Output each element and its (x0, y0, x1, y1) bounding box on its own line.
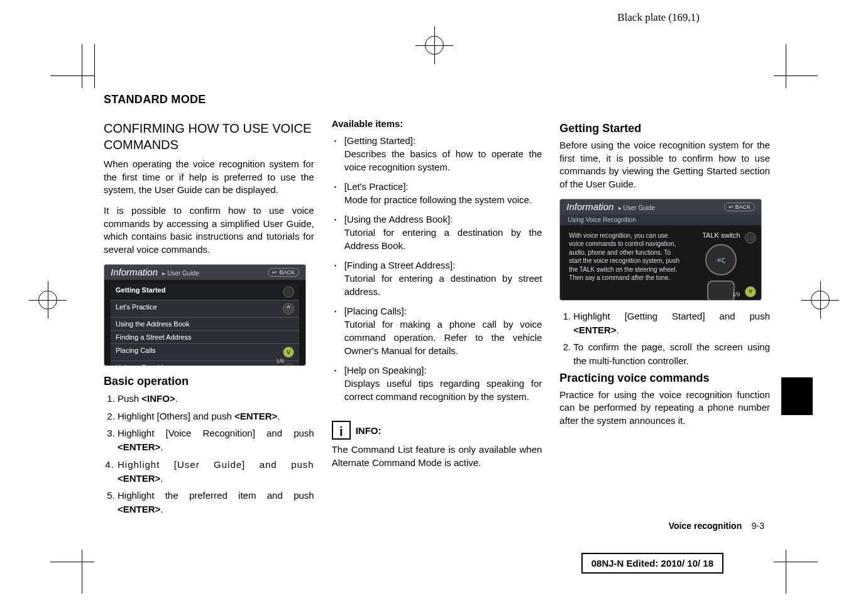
section-tab (781, 377, 813, 415)
screenshot-header: Information ▸ User Guide ↩BACK (560, 199, 761, 214)
item-desc: Mode for practice following the system v… (344, 194, 532, 205)
paragraph: Practice for using the voice recognition… (559, 389, 770, 428)
step-item: Highlight [User Guide] and push <ENTER>. (118, 458, 314, 486)
plate-label: Black plate (169,1) (617, 11, 700, 24)
item-desc: Tutorial for making a phone call by voic… (344, 319, 542, 356)
item-title: [Placing Calls]: (344, 306, 407, 316)
key-info: <INFO> (141, 393, 175, 404)
practicing-heading: Practicing voice commands (559, 372, 770, 385)
screenshot-title: Information ▸ User Guide (566, 201, 655, 212)
back-label: BACK (735, 204, 751, 210)
list-item-label: Using the Address Book (116, 320, 189, 328)
steps-list: Push <INFO>. Highlight [Others] and push… (104, 392, 314, 516)
screenshot-list: Getting Started Let's Practice^ Using th… (104, 280, 305, 366)
screenshot-getting-started: Information ▸ User Guide ↩BACK Using Voi… (559, 199, 762, 301)
step-item: Highlight [Voice Recognition] and push <… (118, 426, 314, 454)
back-button[interactable]: ↩BACK (724, 203, 755, 211)
column-2: Available items: [Getting Started]:Descr… (332, 93, 542, 520)
crop-mark-bottom-left (50, 550, 94, 594)
back-button[interactable]: ↩BACK (268, 268, 299, 277)
key-enter: <ENTER> (573, 325, 616, 335)
step-item: Highlight [Others] and push <ENTER>. (118, 409, 314, 423)
info-label: INFO: (356, 425, 382, 436)
key-enter: <ENTER> (234, 411, 277, 421)
scroll-knob-icon (283, 364, 294, 366)
paragraph: Before using the voice recognition syste… (559, 139, 770, 191)
item-desc: Describes the basics of how to operate t… (344, 148, 542, 172)
screenshot-title-main: Information (566, 201, 613, 212)
item-desc: Tutorial for entering a destination by t… (344, 227, 542, 251)
step-item: Push <INFO>. (118, 392, 314, 406)
list-item-label: Finding a Street Address (116, 333, 191, 341)
paragraph: It is possible to confirm how to use voi… (104, 204, 314, 257)
step-item: To confirm the page, scroll the screen u… (573, 340, 770, 368)
screenshot-right-panel: TALK switch «ς (689, 231, 752, 301)
scroll-down-icon[interactable]: v (745, 286, 756, 297)
list-item[interactable]: Finding a Street Address (111, 330, 299, 343)
available-items-list: [Getting Started]:Describes the basics o… (332, 134, 542, 403)
item-desc: Displays useful tips regarding speaking … (344, 378, 542, 402)
key-enter: <ENTER> (118, 504, 160, 514)
list-item[interactable]: Let's Practice^ (111, 300, 299, 317)
screenshot-header: Information ▸ User Guide ↩BACK (104, 265, 305, 280)
item-title: [Let's Practice]: (344, 181, 409, 192)
scroll-knob-icon (283, 286, 294, 297)
item-title: [Help on Speaking]: (344, 365, 427, 375)
basic-operation-heading: Basic operation (104, 375, 314, 388)
center-mark-right (801, 281, 839, 319)
info-text: The Command List feature is only availab… (332, 443, 542, 469)
info-icon (332, 421, 351, 440)
list-item[interactable]: Placing Callsv (111, 343, 299, 360)
list-item[interactable]: Using the Address Book (111, 317, 299, 330)
center-circle-icon (38, 291, 57, 309)
scroll-up-icon[interactable]: ^ (283, 303, 294, 314)
info-callout: INFO: (332, 421, 382, 440)
screenshot-body: With voice recognition, you can use voic… (560, 225, 761, 301)
content-columns: STANDARD MODE CONFIRMING HOW TO USE VOIC… (104, 93, 770, 520)
crop-mark-top-left (50, 44, 95, 88)
crop-mark-top-right (774, 44, 818, 88)
page-indicator: 1/9 (732, 291, 740, 297)
column-1: STANDARD MODE CONFIRMING HOW TO USE VOIC… (104, 93, 314, 520)
screenshot-title: Information ▸ User Guide (111, 267, 199, 277)
getting-started-heading: Getting Started (559, 122, 770, 135)
screenshot-text: With voice recognition, you can use voic… (569, 231, 682, 301)
center-mark-top (415, 26, 453, 64)
step-item: Highlight the preferred item and push <E… (118, 489, 314, 516)
center-circle-icon (425, 36, 444, 55)
item-desc: Tutorial for entering a destination by s… (344, 273, 542, 297)
list-item-label: Placing Calls (116, 347, 156, 358)
back-arrow-icon: ↩ (272, 269, 277, 275)
page: Black plate (169,1) STANDARD MODE CONFIR… (0, 0, 868, 600)
footer-page-number: 9-3 (752, 521, 764, 531)
item-title: [Getting Started]: (344, 135, 415, 146)
footer-section: Voice recognition (669, 521, 742, 531)
item-title: [Using the Address Book]: (344, 214, 453, 225)
list-item: [Let's Practice]:Mode for practice follo… (332, 180, 542, 206)
list-item-label: Help on Speaking (116, 364, 170, 366)
scroll-down-icon[interactable]: v (283, 347, 294, 358)
list-item-label: Let's Practice (116, 303, 157, 314)
talk-switch-label: TALK switch (702, 231, 740, 239)
key-enter: <ENTER> (118, 442, 160, 452)
scroll-knob-icon (745, 232, 756, 243)
screenshot-subheader: Using Voice Recognition (560, 214, 761, 225)
list-item: [Finding a Street Address]:Tutorial for … (332, 258, 542, 298)
list-item: [Getting Started]:Describes the basics o… (332, 134, 542, 174)
screenshot-title-main: Information (111, 267, 158, 277)
section-heading: CONFIRMING HOW TO USE VOICE COMMANDS (104, 120, 314, 153)
item-title: [Finding a Street Address]: (344, 260, 456, 270)
list-item: [Using the Address Book]:Tutorial for en… (332, 213, 542, 252)
screenshot-breadcrumb: ▸ User Guide (618, 204, 655, 211)
paragraph: When operating the voice recognition sys… (104, 158, 314, 197)
back-label: BACK (279, 269, 295, 275)
center-mark-left (29, 281, 67, 319)
list-item[interactable]: Help on Speaking (111, 360, 299, 366)
steps-list: Highlight [Getting Started] and push <EN… (559, 309, 770, 368)
key-enter: <ENTER> (118, 473, 160, 484)
available-items-heading: Available items: (332, 118, 542, 129)
step-item: Highlight [Getting Started] and push <EN… (573, 309, 770, 337)
talk-switch-icon: «ς (705, 244, 737, 275)
list-item: [Placing Calls]:Tutorial for making a ph… (332, 304, 542, 357)
list-item[interactable]: Getting Started (111, 284, 299, 300)
